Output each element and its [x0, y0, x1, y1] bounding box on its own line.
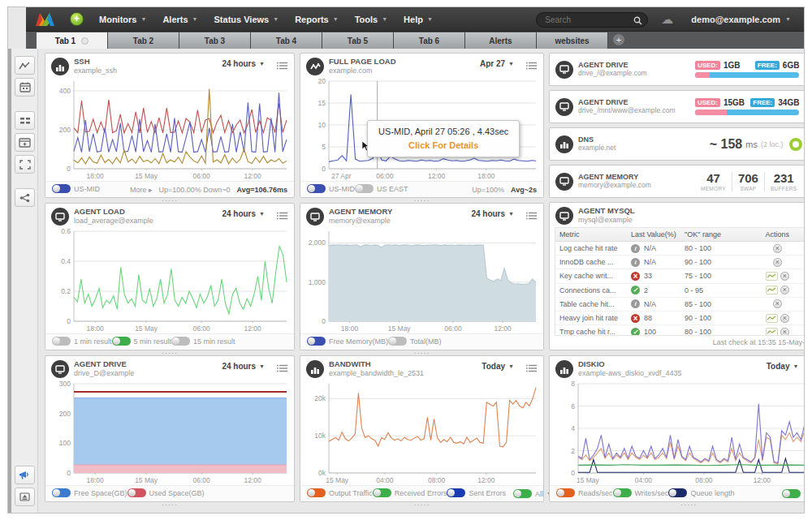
eject-icon[interactable]: [15, 488, 35, 506]
location-toggle[interactable]: US EAST: [355, 184, 408, 193]
agent-drive-chart[interactable]: 010020030018:0015 May06:0012:00: [48, 379, 292, 485]
remove-metric-icon[interactable]: ×: [773, 299, 782, 308]
dashboard-tab[interactable]: Alerts: [465, 32, 537, 49]
table-row[interactable]: InnoDB cache ... N/A 90 - 100 ×: [555, 256, 804, 269]
trend-chart-icon[interactable]: [15, 56, 35, 75]
cloud-icon[interactable]: ☁: [661, 15, 673, 24]
agent-memory-chart[interactable]: 01,0002,00018:0015 May06:0012:00: [303, 226, 541, 333]
series-toggle[interactable]: Sent Errors: [447, 488, 506, 497]
monitis-logo-icon[interactable]: [34, 10, 62, 29]
dashboard-tab[interactable]: Tab 6: [394, 32, 465, 49]
range-dropdown[interactable]: 24 hours▼: [471, 208, 514, 220]
sparkline-icon[interactable]: [766, 314, 778, 323]
range-dropdown[interactable]: Apr 27▼: [480, 58, 514, 70]
widget-menu-icon[interactable]: [276, 58, 288, 75]
widget-menu-icon[interactable]: [276, 208, 288, 225]
series-toggle[interactable]: Total(MB): [388, 337, 442, 346]
series-toggle[interactable]: Free Memory(MB): [307, 337, 388, 346]
range-dropdown[interactable]: 24 hours▼: [222, 58, 265, 70]
table-row[interactable]: Connections ca... 2 0 - 95 ×: [555, 284, 804, 298]
series-toggle[interactable]: Queue length: [668, 488, 734, 497]
sparkline-icon[interactable]: [766, 328, 778, 336]
more-link[interactable]: More ▸: [130, 186, 153, 194]
chevron-down-icon: ▼: [333, 16, 339, 22]
fullscreen-icon[interactable]: [15, 155, 35, 174]
ok-range: 0 - 95: [685, 286, 736, 294]
tab-label: Tab 5: [348, 37, 368, 45]
table-row[interactable]: Heavy join hit rate 88 90 - 100 ×: [555, 312, 804, 325]
search-input[interactable]: [536, 12, 648, 28]
megaphone-icon[interactable]: [15, 466, 35, 484]
add-tab-button[interactable]: +: [612, 33, 625, 46]
location-toggle[interactable]: US-MID: [307, 184, 355, 193]
table-row[interactable]: Log cache hit rate N/A 80 - 100 ×: [555, 242, 804, 256]
search-icon[interactable]: [633, 14, 642, 28]
tooltip-details-link[interactable]: Click For Details: [378, 140, 508, 150]
chart-tooltip[interactable]: US-MID, April 27 05:26 , 4.43sec Click F…: [367, 120, 520, 157]
remove-metric-icon[interactable]: ×: [773, 258, 782, 267]
add-widget-icon[interactable]: [15, 133, 35, 152]
svg-text:10: 10: [318, 121, 326, 129]
dashboard-tab[interactable]: Tab 4: [251, 32, 322, 49]
dashboard-tab[interactable]: Tab 3: [179, 32, 251, 49]
nav-menu-item[interactable]: Alerts▼: [155, 11, 205, 28]
range-dropdown[interactable]: 24 hours▼: [222, 360, 265, 372]
ssh-chart[interactable]: 020040018:0015 May06:0012:00: [48, 76, 292, 181]
series-toggle[interactable]: 15 min result: [171, 337, 235, 346]
column-header[interactable]: Actions: [736, 230, 804, 239]
column-header[interactable]: Metric: [559, 230, 631, 239]
user-menu[interactable]: demo@example.com▼: [686, 14, 796, 25]
nav-menu-item[interactable]: Help▼: [396, 11, 440, 28]
dashboard-tab[interactable]: websites: [537, 32, 608, 49]
all-series-toggle[interactable]: All▼: [513, 489, 552, 498]
series-toggle[interactable]: US-MID: [52, 184, 100, 193]
series-toggle[interactable]: Used Space(GB): [127, 488, 205, 497]
layout-grid-icon[interactable]: [15, 111, 35, 130]
widget-menu-icon[interactable]: [525, 360, 538, 377]
table-row[interactable]: Key cache writ... 33 75 - 100 ×: [555, 269, 804, 283]
series-toggle[interactable]: 1 min result: [52, 337, 112, 346]
nav-menu-item[interactable]: Tools▼: [348, 11, 395, 28]
remove-metric-icon[interactable]: ×: [780, 328, 789, 336]
remove-metric-icon[interactable]: ×: [780, 314, 789, 323]
widget-menu-icon[interactable]: [525, 58, 538, 75]
svg-text:2,000: 2,000: [309, 239, 326, 247]
nav-menu-item[interactable]: Monitors▼: [92, 11, 153, 28]
nav-menu-item[interactable]: Status Views▼: [207, 11, 287, 28]
sparkline-icon[interactable]: [766, 286, 778, 294]
column-header[interactable]: Last Value(%): [631, 230, 685, 239]
series-toggle[interactable]: Free Space(GB): [52, 488, 127, 497]
table-row[interactable]: Table cache hit... N/A 85 - 100 ×: [555, 298, 804, 312]
dashboard-tab[interactable]: Tab 1: [37, 32, 108, 49]
table-row[interactable]: Tmp cache hit r... 100 80 - 100 ×: [555, 325, 804, 336]
diskio-chart[interactable]: 0246815 May04:0008:0012:00: [552, 379, 804, 485]
series-toggle[interactable]: Writes/sec: [613, 488, 669, 497]
series-toggle[interactable]: 5 min result: [112, 337, 172, 346]
sparkline-icon[interactable]: [766, 272, 778, 281]
share-icon[interactable]: [15, 188, 35, 207]
dashboard-tab[interactable]: Tab 2: [108, 32, 179, 49]
series-toggle[interactable]: Output Traffic: [307, 488, 373, 497]
nav-menu-item[interactable]: Reports▼: [287, 11, 346, 28]
column-header[interactable]: "OK" range: [685, 230, 736, 239]
calendar-icon[interactable]: [15, 78, 35, 97]
agent-load-chart[interactable]: 00.20.40.618:0015 May06:0012:00: [48, 226, 292, 333]
range-dropdown[interactable]: 24 hours▼: [222, 208, 265, 220]
svg-text:300: 300: [59, 380, 71, 388]
series-toggle[interactable]: Received Errors: [373, 488, 447, 497]
nav-menu-label: Monitors: [99, 15, 136, 24]
bandwidth-chart[interactable]: 0k10k20k15 May04:0008:0012:00: [303, 379, 541, 485]
widget-menu-icon[interactable]: [525, 208, 538, 225]
all-series-toggle[interactable]: All▼: [782, 489, 804, 498]
series-toggle[interactable]: Reads/sec: [556, 488, 613, 497]
remove-metric-icon[interactable]: ×: [773, 244, 782, 253]
remove-metric-icon[interactable]: ×: [780, 272, 789, 281]
widget-menu-icon[interactable]: [276, 360, 288, 377]
full-page-load-chart[interactable]: US-MID, April 27 05:26 , 4.43sec Click F…: [303, 76, 541, 181]
remove-metric-icon[interactable]: ×: [780, 286, 789, 294]
range-dropdown[interactable]: Today▼: [482, 360, 514, 372]
dashboard-tab[interactable]: Tab 5: [322, 32, 394, 49]
range-dropdown[interactable]: Today▼: [767, 360, 799, 372]
tab-close-icon[interactable]: [81, 37, 89, 45]
add-monitor-button[interactable]: +: [70, 12, 84, 26]
